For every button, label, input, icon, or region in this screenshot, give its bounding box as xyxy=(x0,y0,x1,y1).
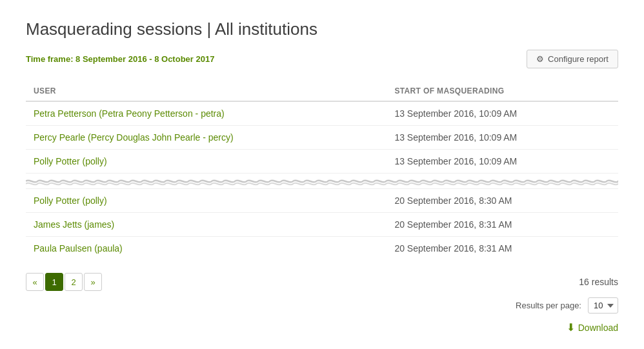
user-link[interactable]: Percy Pearle (Percy Douglas John Pearle … xyxy=(34,132,234,143)
configure-report-label: Configure report xyxy=(548,54,609,64)
results-per-page-row: Results per page: 5102550 xyxy=(26,297,618,314)
configure-report-button[interactable]: ⚙ Configure report xyxy=(527,50,618,68)
col-header-user: USER xyxy=(26,81,387,101)
wavy-divider xyxy=(26,174,618,189)
table-header-row: USER START OF MASQUERADING xyxy=(26,81,618,101)
start-date: 13 September 2016, 10:09 AM xyxy=(387,150,618,174)
user-link[interactable]: Paula Paulsen (paula) xyxy=(34,243,123,254)
table-row: Polly Potter (polly)13 September 2016, 1… xyxy=(26,150,618,174)
pagination-page-2[interactable]: 2 xyxy=(65,273,83,291)
results-per-page-label: Results per page: xyxy=(516,301,581,310)
sessions-table: USER START OF MASQUERADING Petra Petters… xyxy=(26,81,618,260)
download-link[interactable]: ⬇ Download xyxy=(567,321,618,334)
start-date: 13 September 2016, 10:09 AM xyxy=(387,126,618,150)
user-link[interactable]: Petra Petterson (Petra Peony Petterson -… xyxy=(34,108,225,119)
pagination-page-1[interactable]: 1 xyxy=(45,273,63,291)
bottom-section: « 1 2 » 16 results Results per page: 510… xyxy=(26,273,618,334)
user-link[interactable]: Polly Potter (polly) xyxy=(34,156,107,166)
download-label: Download xyxy=(578,323,618,333)
col-header-start: START OF MASQUERADING xyxy=(387,81,618,101)
table-row: James Jetts (james)20 September 2016, 8:… xyxy=(26,213,618,237)
pagination-prev[interactable]: « xyxy=(26,273,44,291)
page-title: Masquerading sessions | All institutions xyxy=(26,19,618,39)
user-link[interactable]: Polly Potter (polly) xyxy=(34,195,107,206)
pagination-next[interactable]: » xyxy=(84,273,102,291)
table-row: Percy Pearle (Percy Douglas John Pearle … xyxy=(26,126,618,150)
timeframe-label: Time frame: 8 September 2016 - 8 October… xyxy=(26,54,214,64)
start-date: 13 September 2016, 10:09 AM xyxy=(387,101,618,126)
per-page-select[interactable]: 5102550 xyxy=(588,297,618,314)
table-row: Paula Paulsen (paula)20 September 2016, … xyxy=(26,237,618,261)
table-row: Polly Potter (polly)20 September 2016, 8… xyxy=(26,189,618,213)
pagination: « 1 2 » xyxy=(26,273,102,291)
start-date: 20 September 2016, 8:31 AM xyxy=(387,213,618,237)
results-count: 16 results xyxy=(579,277,618,287)
gear-icon: ⚙ xyxy=(536,54,544,64)
user-link[interactable]: James Jetts (james) xyxy=(34,219,114,230)
download-icon: ⬇ xyxy=(567,321,575,334)
table-row: Petra Petterson (Petra Peony Petterson -… xyxy=(26,101,618,126)
header-row: Time frame: 8 September 2016 - 8 October… xyxy=(26,50,618,68)
start-date: 20 September 2016, 8:30 AM xyxy=(387,189,618,213)
pagination-and-results: « 1 2 » 16 results xyxy=(26,273,618,291)
start-date: 20 September 2016, 8:31 AM xyxy=(387,237,618,261)
